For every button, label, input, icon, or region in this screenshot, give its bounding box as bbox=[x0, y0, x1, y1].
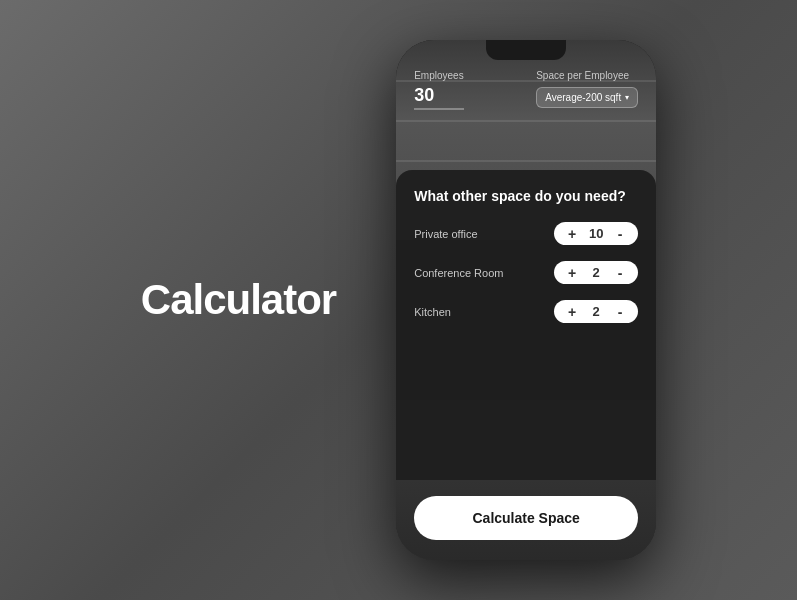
space-row-conference-room: Conference Room + 2 - bbox=[414, 261, 638, 284]
space-row-private-office: Private office + 10 - bbox=[414, 222, 638, 245]
employees-label: Employees bbox=[414, 70, 463, 81]
private-office-decrement[interactable]: - bbox=[612, 227, 628, 241]
kitchen-stepper: + 2 - bbox=[554, 300, 638, 323]
top-section: Employees 30 Space per Employee Average-… bbox=[396, 70, 656, 110]
calculate-space-button[interactable]: Calculate Space bbox=[414, 496, 638, 540]
page-title: Calculator bbox=[141, 276, 336, 324]
conference-room-decrement[interactable]: - bbox=[612, 266, 628, 280]
conference-room-value: 2 bbox=[588, 265, 604, 280]
private-office-increment[interactable]: + bbox=[564, 227, 580, 241]
kitchen-increment[interactable]: + bbox=[564, 305, 580, 319]
conference-room-stepper: + 2 - bbox=[554, 261, 638, 284]
space-row-kitchen: Kitchen + 2 - bbox=[414, 300, 638, 323]
space-dropdown[interactable]: Average-200 sqft ▾ bbox=[536, 87, 638, 108]
space-label: Space per Employee bbox=[536, 70, 638, 81]
kitchen-value: 2 bbox=[588, 304, 604, 319]
space-dropdown-value: Average-200 sqft bbox=[545, 92, 621, 103]
private-office-label: Private office bbox=[414, 228, 477, 240]
employees-value[interactable]: 30 bbox=[414, 85, 463, 110]
kitchen-decrement[interactable]: - bbox=[612, 305, 628, 319]
page-wrapper: Calculator Employees 30 Space per Employ… bbox=[0, 0, 797, 600]
card-title: What other space do you need? bbox=[414, 188, 638, 204]
phone-notch bbox=[486, 40, 566, 60]
conference-room-label: Conference Room bbox=[414, 267, 503, 279]
private-office-value: 10 bbox=[588, 226, 604, 241]
kitchen-label: Kitchen bbox=[414, 306, 451, 318]
phone-shell: Employees 30 Space per Employee Average-… bbox=[396, 40, 656, 560]
chevron-down-icon: ▾ bbox=[625, 93, 629, 102]
conference-room-increment[interactable]: + bbox=[564, 266, 580, 280]
phone-screen: Employees 30 Space per Employee Average-… bbox=[396, 40, 656, 560]
input-row: Employees 30 Space per Employee Average-… bbox=[414, 70, 638, 110]
private-office-stepper: + 10 - bbox=[554, 222, 638, 245]
calculate-btn-wrapper: Calculate Space bbox=[414, 496, 638, 540]
card-section: What other space do you need? Private of… bbox=[396, 170, 656, 480]
employees-field-group: Employees 30 bbox=[414, 70, 463, 110]
space-field-group: Space per Employee Average-200 sqft ▾ bbox=[536, 70, 638, 108]
